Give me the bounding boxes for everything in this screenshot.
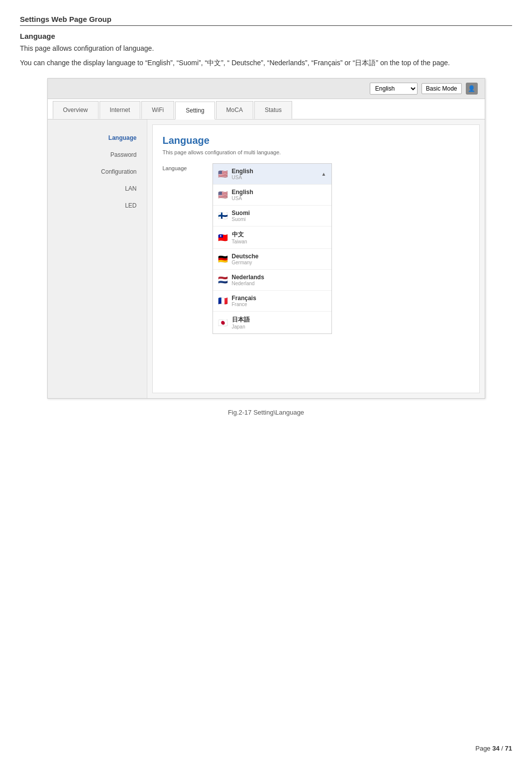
page-number: Page 34 / 71 bbox=[475, 745, 512, 752]
flag-germany: 🇩🇪 bbox=[218, 254, 228, 264]
flag-finland: 🇫🇮 bbox=[218, 211, 228, 220]
lang-sub-taiwan: Taiwan bbox=[232, 239, 247, 244]
lang-info-deutsche: Deutsche Germany bbox=[232, 253, 259, 265]
lang-sub-nederland: Nederland bbox=[232, 281, 264, 286]
lang-name-english: English bbox=[232, 189, 253, 196]
lang-info-francais: Français France bbox=[232, 295, 256, 307]
description-1: This page allows configuration of langua… bbox=[20, 43, 512, 54]
tab-moca[interactable]: MoCA bbox=[216, 101, 253, 119]
lang-option-suomi[interactable]: 🇫🇮 Suomi Suomi bbox=[213, 206, 331, 226]
language-select[interactable]: English Suomi 中文 Deutsche Nederlands Fra… bbox=[370, 83, 418, 95]
flag-france: 🇫🇷 bbox=[218, 296, 228, 306]
content-description: This page allows configuration of multi … bbox=[163, 149, 469, 155]
lang-info-japanese: 日本語 Japan bbox=[232, 316, 250, 329]
tab-setting[interactable]: Setting bbox=[175, 102, 214, 119]
basic-mode-button[interactable]: Basic Mode bbox=[422, 83, 462, 94]
flag-japan: 🇯🇵 bbox=[218, 318, 228, 328]
lang-sub-france: France bbox=[232, 302, 256, 307]
lang-name-japanese: 日本語 bbox=[232, 316, 250, 324]
lang-option-nederlands[interactable]: 🇳🇱 Nederlands Nederland bbox=[213, 270, 331, 291]
sidebar-item-led[interactable]: LED bbox=[48, 197, 147, 214]
lang-name-english-selected: English bbox=[232, 168, 253, 175]
dropdown-arrow-icon: ▲ bbox=[321, 171, 326, 177]
fig-caption: Fig.2-17 Setting\Language bbox=[20, 409, 512, 416]
router-screenshot: English Suomi 中文 Deutsche Nederlands Fra… bbox=[47, 78, 485, 399]
lang-info-chinese: 中文 Taiwan bbox=[232, 230, 247, 244]
sidebar: Language Password Configuration LAN LED bbox=[48, 119, 147, 398]
section-heading: Language bbox=[20, 32, 512, 40]
user-icon: 👤 bbox=[466, 83, 478, 95]
sidebar-item-configuration[interactable]: Configuration bbox=[48, 163, 147, 180]
page-title: Settings Web Page Group bbox=[20, 15, 512, 26]
tab-wifi[interactable]: WiFi bbox=[141, 101, 174, 119]
lang-name-nederlands: Nederlands bbox=[232, 274, 264, 281]
sidebar-item-lan[interactable]: LAN bbox=[48, 180, 147, 197]
field-label: Language bbox=[163, 163, 203, 171]
content-panel: Language This page allows configuration … bbox=[152, 124, 480, 393]
flag-netherlands: 🇳🇱 bbox=[218, 275, 228, 285]
tab-overview[interactable]: Overview bbox=[53, 101, 99, 119]
lang-name-deutsche: Deutsche bbox=[232, 253, 259, 260]
lang-sub-usa-selected: USA bbox=[232, 175, 253, 180]
description-2: You can change the display language to “… bbox=[20, 58, 512, 68]
flag-taiwan: 🇹🇼 bbox=[218, 233, 228, 242]
tab-internet[interactable]: Internet bbox=[100, 101, 141, 119]
lang-info-suomi: Suomi Suomi bbox=[232, 210, 250, 222]
tab-status[interactable]: Status bbox=[254, 101, 292, 119]
router-main: Language Password Configuration LAN LED … bbox=[48, 119, 485, 398]
nav-tabs: Overview Internet WiFi Setting MoCA Stat… bbox=[48, 99, 485, 119]
lang-info-english: English USA bbox=[232, 189, 253, 201]
lang-name-francais: Français bbox=[232, 295, 256, 302]
lang-sub-usa: USA bbox=[232, 196, 253, 201]
router-topbar: English Suomi 中文 Deutsche Nederlands Fra… bbox=[48, 79, 485, 99]
lang-option-deutsche[interactable]: 🇩🇪 Deutsche Germany bbox=[213, 249, 331, 270]
page-footer: Page 34 / 71 bbox=[475, 745, 512, 752]
content-title: Language bbox=[163, 135, 469, 146]
lang-sub-germany: Germany bbox=[232, 260, 259, 265]
flag-usa-1: 🇺🇸 bbox=[218, 169, 228, 179]
lang-sub-japan: Japan bbox=[232, 324, 250, 329]
lang-name-suomi: Suomi bbox=[232, 210, 250, 217]
lang-option-english-usa[interactable]: 🇺🇸 English USA bbox=[213, 185, 331, 206]
lang-option-english-usa-selected[interactable]: 🇺🇸 English USA ▲ bbox=[213, 164, 331, 185]
lang-sub-suomi: Suomi bbox=[232, 217, 250, 222]
lang-info-english-selected: English USA bbox=[232, 168, 253, 180]
content-row: Language 🇺🇸 English USA ▲ 🇺🇸 bbox=[163, 163, 469, 334]
lang-name-chinese: 中文 bbox=[232, 230, 247, 239]
language-list: 🇺🇸 English USA ▲ 🇺🇸 English USA bbox=[213, 163, 332, 334]
sidebar-item-language[interactable]: Language bbox=[48, 129, 147, 146]
lang-info-nederlands: Nederlands Nederland bbox=[232, 274, 264, 286]
lang-option-chinese[interactable]: 🇹🇼 中文 Taiwan bbox=[213, 226, 331, 249]
lang-option-japanese[interactable]: 🇯🇵 日本語 Japan bbox=[213, 312, 331, 333]
sidebar-item-password[interactable]: Password bbox=[48, 146, 147, 163]
flag-usa-2: 🇺🇸 bbox=[218, 190, 228, 200]
lang-option-francais[interactable]: 🇫🇷 Français France bbox=[213, 291, 331, 312]
